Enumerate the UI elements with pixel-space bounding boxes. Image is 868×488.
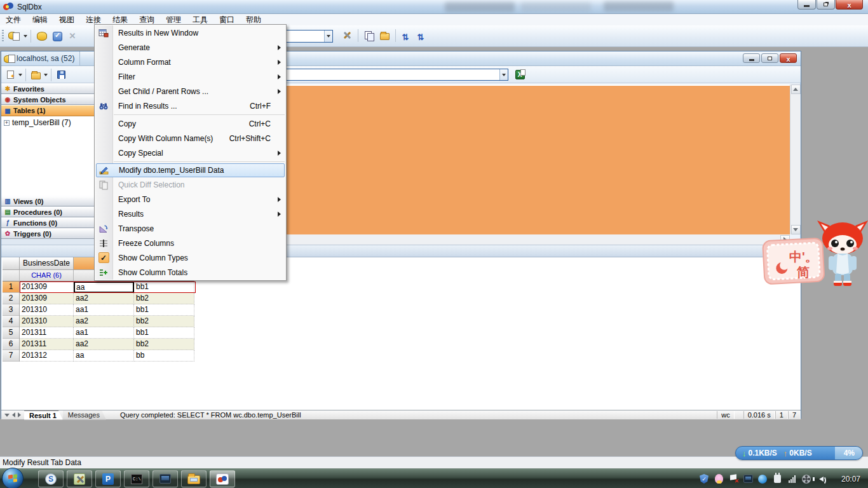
grid-cell[interactable]: 201312 [20, 350, 74, 362]
grid-cell[interactable]: bb2 [134, 316, 194, 327]
grid-cell[interactable]: bb1 [134, 304, 194, 316]
expand-icon[interactable]: + [4, 120, 10, 126]
row-number[interactable]: 7 [3, 350, 20, 362]
grid-cell[interactable]: 201310 [20, 304, 74, 316]
combobox-dropdown-arrow[interactable] [324, 30, 332, 42]
grid-cell[interactable]: bb2 [134, 339, 194, 350]
row-number[interactable]: 4 [3, 316, 20, 327]
thunder-icon[interactable] [757, 474, 768, 484]
network-signal-icon[interactable] [787, 474, 797, 484]
save-button[interactable] [55, 68, 67, 82]
grid-cell[interactable]: 201309 [20, 281, 74, 293]
copy-session-button[interactable] [362, 29, 377, 43]
grid-cell[interactable]: bb1 [134, 327, 194, 339]
menu-item-find-in-results[interactable]: Find in Results ... Ctrl+F [95, 98, 286, 113]
find-combobox-dropdown-arrow[interactable] [499, 69, 508, 80]
grid-cell-active[interactable]: aa [74, 281, 134, 293]
grid-cell[interactable]: aa2 [74, 293, 134, 304]
new-script-dropdown-arrow[interactable] [18, 74, 22, 76]
editor-vertical-scrollbar[interactable] [790, 85, 801, 234]
section-views[interactable]: ▥Views (0) [1, 196, 95, 207]
menu-item-get-child-parent-rows[interactable]: Get Child / Parent Rows ... [95, 84, 286, 98]
start-button[interactable] [2, 468, 24, 488]
grid-cell[interactable]: aa2 [74, 339, 134, 350]
menu-item-generate[interactable]: Generate [95, 40, 286, 55]
scroll-up-button[interactable] [791, 85, 801, 94]
row-number[interactable]: 5 [3, 327, 20, 339]
row-number[interactable]: 2 [3, 293, 20, 304]
menu-item-freeze-columns[interactable]: Freeze Columns [95, 236, 286, 250]
taskbar-tools-button[interactable] [67, 470, 92, 487]
options-button[interactable] [339, 29, 355, 43]
grid-cell[interactable]: aa1 [74, 327, 134, 339]
close-button[interactable] [836, 0, 863, 10]
taskbar-sqldbx-button[interactable] [210, 470, 235, 487]
taskbar-explorer-button[interactable] [181, 470, 207, 487]
menu-file[interactable]: 文件 [0, 14, 27, 26]
grid-cell[interactable]: aa [74, 350, 134, 362]
section-system-objects[interactable]: ◉System Objects [1, 94, 95, 105]
tab-scroll-left[interactable] [12, 412, 15, 417]
menu-item-copy-special[interactable]: Copy Special [95, 146, 286, 160]
display-icon[interactable] [743, 474, 753, 484]
volume-icon[interactable] [816, 474, 826, 484]
grid-cell[interactable]: 201309 [20, 293, 74, 304]
tab-messages[interactable]: Messages [63, 410, 106, 420]
power-plug-icon[interactable] [772, 474, 782, 484]
new-connection-button[interactable] [6, 29, 22, 43]
connection-dropdown-arrow[interactable] [24, 35, 27, 37]
open-file-button[interactable] [29, 68, 42, 82]
menu-edit[interactable]: 编辑 [27, 14, 53, 26]
taskbar-remote-desktop-button[interactable] [153, 470, 178, 487]
section-favorites[interactable]: ✱Favorites [1, 83, 95, 94]
row-number[interactable]: 3 [3, 304, 20, 316]
database-button[interactable] [34, 29, 50, 43]
grid-cell[interactable]: 201311 [20, 327, 74, 339]
new-script-button[interactable]: ✦ [4, 68, 17, 82]
disconnect-button[interactable]: ✕ [65, 29, 80, 43]
menu-item-transpose[interactable]: Transpose [95, 221, 286, 236]
tab-result-1[interactable]: Result 1 [24, 410, 63, 420]
tree-item-temp-userbill[interactable]: + temp_UserBill (7) [4, 118, 95, 127]
open-button[interactable] [377, 29, 392, 43]
grid-cell[interactable]: 201310 [20, 316, 74, 327]
menu-item-column-format[interactable]: Column Format [95, 55, 286, 69]
tab-list-dropdown[interactable] [4, 414, 10, 417]
child-minimize-button[interactable] [743, 53, 760, 63]
menu-view[interactable]: 视图 [53, 14, 80, 26]
export-excel-button[interactable] [512, 68, 527, 82]
grid-cell[interactable]: bb [134, 350, 194, 362]
section-triggers[interactable]: ✿Triggers (0) [1, 228, 95, 239]
child-restore-button[interactable] [761, 53, 778, 63]
open-file-dropdown-arrow[interactable] [44, 74, 48, 76]
row-number[interactable]: 1 [3, 281, 20, 293]
section-functions[interactable]: ƒFunctions (0) [1, 217, 95, 228]
connect-button[interactable] [50, 29, 65, 43]
action-center-flag-icon[interactable] [728, 474, 738, 484]
grid-cell[interactable]: bb2 [134, 293, 194, 304]
connection-tab[interactable]: localhost, sa (52) [1, 51, 80, 65]
media-reel-icon[interactable] [801, 474, 811, 484]
restore-button[interactable] [817, 0, 835, 10]
menu-item-filter[interactable]: Filter [95, 69, 286, 84]
minimize-button[interactable] [797, 0, 816, 10]
menu-item-results[interactable]: Results [95, 207, 286, 221]
column-header-businessdate[interactable]: BusinessDate [20, 257, 74, 270]
tab-scroll-right[interactable] [18, 412, 21, 417]
menu-item-show-column-types[interactable]: Show Column Types [95, 250, 286, 265]
grid-corner-cell[interactable] [3, 257, 20, 270]
net-speed-widget[interactable]: ↓ 0.1KB/S ↑ 0KB/S 4% [735, 446, 863, 460]
child-close-button[interactable] [780, 53, 797, 63]
export-button[interactable] [414, 29, 430, 43]
menu-item-modify-data[interactable]: Modify dbo.temp_UserBill Data [96, 163, 285, 177]
security-shield-icon[interactable] [699, 474, 709, 484]
taskbar-p-app-button[interactable] [95, 470, 121, 487]
menu-item-export-to[interactable]: Export To [95, 192, 286, 207]
row-number[interactable]: 6 [3, 339, 20, 350]
toolbar-grip[interactable] [2, 30, 4, 43]
taskbar-cmd-button[interactable] [124, 470, 149, 487]
grid-cell[interactable]: 201311 [20, 339, 74, 350]
import-button[interactable] [399, 29, 414, 43]
menu-item-show-column-totals[interactable]: Show Column Totals [95, 265, 286, 280]
grid-cell[interactable]: bb1 [134, 281, 194, 293]
